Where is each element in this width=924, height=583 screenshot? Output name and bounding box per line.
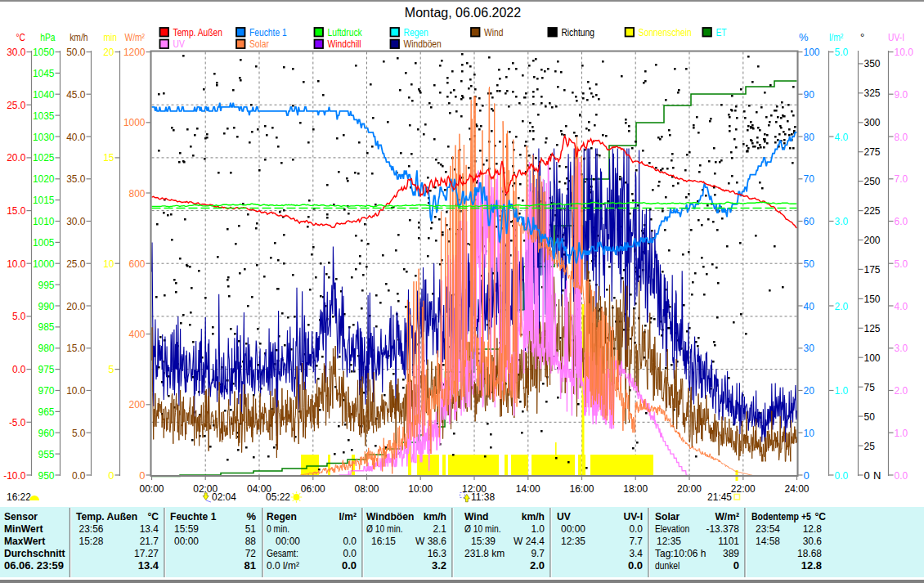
svg-text:75: 75 [864, 381, 875, 393]
svg-text:995: 995 [38, 279, 55, 291]
svg-text:200: 200 [864, 234, 881, 246]
svg-text:00:00: 00:00 [174, 535, 199, 547]
svg-text:2.0: 2.0 [530, 559, 545, 572]
svg-text:1005: 1005 [33, 236, 55, 249]
svg-text:°C: °C [16, 31, 26, 43]
svg-text:0.0: 0.0 [628, 559, 643, 572]
svg-text:275: 275 [864, 146, 881, 158]
svg-text:UV: UV [173, 38, 186, 50]
svg-text:25: 25 [864, 440, 875, 452]
svg-text:Regen: Regen [404, 26, 428, 38]
svg-text:Luftdruck: Luftdruck [328, 26, 363, 38]
svg-text:7.7: 7.7 [629, 535, 643, 547]
svg-text:UV-I: UV-I [888, 31, 904, 43]
svg-text:1040: 1040 [33, 88, 55, 101]
svg-text:9.7: 9.7 [531, 547, 545, 559]
svg-text:0.0: 0.0 [343, 547, 357, 559]
svg-text:10: 10 [804, 427, 814, 439]
svg-text:Wind: Wind [484, 26, 503, 38]
svg-text:Richtung: Richtung [561, 26, 594, 38]
svg-text:990: 990 [38, 300, 55, 312]
svg-text:Elevation: Elevation [655, 522, 689, 535]
svg-text:Feuchte 1: Feuchte 1 [170, 510, 216, 522]
svg-text:17.27: 17.27 [134, 547, 159, 559]
svg-text:00:00: 00:00 [276, 535, 300, 547]
svg-text:5.0: 5.0 [72, 427, 86, 439]
svg-text:21.7: 21.7 [140, 535, 159, 547]
svg-text:18:00: 18:00 [623, 482, 648, 495]
svg-text:°C: °C [814, 510, 826, 522]
svg-text:W 24.4: W 24.4 [514, 535, 545, 547]
svg-text:40.0: 40.0 [66, 131, 85, 143]
svg-text:225: 225 [864, 204, 881, 217]
svg-text:11:38: 11:38 [471, 491, 495, 503]
svg-text:UV-I: UV-I [624, 510, 644, 522]
svg-text:12:35: 12:35 [561, 535, 585, 547]
svg-text:Windböen: Windböen [404, 38, 442, 50]
svg-text:15: 15 [103, 151, 114, 164]
svg-text:90: 90 [804, 88, 814, 101]
svg-text:W/m²: W/m² [125, 31, 146, 43]
svg-text:25.0: 25.0 [66, 258, 85, 270]
svg-text:Ø 10 min.: Ø 10 min. [366, 522, 403, 535]
svg-text:8.0: 8.0 [895, 131, 908, 143]
svg-text:3.4: 3.4 [629, 547, 643, 559]
svg-text:125: 125 [864, 322, 881, 334]
svg-text:350: 350 [864, 57, 881, 70]
svg-text:12.8: 12.8 [803, 522, 822, 535]
svg-text:50.0: 50.0 [66, 46, 85, 58]
svg-text:100: 100 [864, 352, 881, 364]
svg-text:1030: 1030 [33, 131, 55, 143]
svg-text:300: 300 [864, 116, 881, 128]
svg-text:0.0: 0.0 [895, 469, 908, 482]
svg-text:18.68: 18.68 [797, 547, 822, 559]
svg-text:0: 0 [733, 559, 739, 572]
svg-text:Bodentemp +5: Bodentemp +5 [751, 510, 811, 522]
svg-text:14:58: 14:58 [756, 535, 780, 547]
svg-text:30.6: 30.6 [803, 535, 822, 547]
svg-text:1050: 1050 [33, 46, 55, 58]
svg-text:800: 800 [129, 187, 146, 200]
svg-text:150: 150 [864, 293, 881, 305]
svg-text:1010: 1010 [33, 215, 55, 227]
svg-text:km/h: km/h [522, 510, 545, 522]
svg-text:6.0: 6.0 [895, 215, 908, 227]
svg-text:5: 5 [108, 363, 114, 375]
svg-text:0: 0 [139, 469, 145, 482]
svg-text:15.0: 15.0 [66, 342, 85, 354]
svg-text:389: 389 [723, 547, 739, 559]
svg-text:02:04: 02:04 [212, 491, 236, 503]
svg-text:24:00: 24:00 [785, 482, 810, 495]
svg-text:%: % [246, 510, 256, 522]
svg-text:0.0: 0.0 [342, 559, 357, 572]
svg-text:15.0: 15.0 [7, 204, 25, 217]
svg-text:12.8: 12.8 [801, 559, 822, 572]
svg-text:1.0: 1.0 [895, 427, 908, 439]
svg-text:0.0: 0.0 [835, 469, 849, 482]
svg-text:Windböen: Windböen [366, 510, 414, 522]
svg-text:1035: 1035 [33, 110, 55, 122]
svg-text:0.0: 0.0 [72, 469, 86, 482]
svg-text:23:54: 23:54 [756, 522, 780, 535]
svg-text:MinWert: MinWert [4, 522, 43, 535]
svg-text:Ø 10 min.: Ø 10 min. [464, 522, 501, 535]
svg-text:°: ° [860, 31, 864, 43]
svg-text:985: 985 [38, 321, 55, 333]
svg-text:hPa: hPa [40, 31, 56, 43]
svg-text:Tag:10:06 h: Tag:10:06 h [655, 547, 706, 559]
svg-text:Gesamt:: Gesamt: [267, 547, 298, 559]
svg-text:81: 81 [244, 559, 257, 572]
svg-text:10.0: 10.0 [66, 384, 85, 397]
svg-text:14:00: 14:00 [516, 482, 540, 495]
svg-text:Temp. Außen: Temp. Außen [76, 510, 137, 522]
svg-text:0.0: 0.0 [629, 522, 643, 535]
svg-text:Sonnenschein: Sonnenschein [639, 26, 692, 38]
svg-text:-5.0: -5.0 [9, 416, 26, 428]
svg-text:200: 200 [129, 398, 146, 410]
svg-text:16:22: 16:22 [7, 491, 31, 503]
svg-text:4.0: 4.0 [895, 300, 908, 312]
svg-text:20.0: 20.0 [66, 300, 85, 312]
svg-text:0: 0 [804, 469, 810, 482]
svg-text:51: 51 [245, 522, 256, 535]
svg-text:2.0: 2.0 [895, 384, 908, 397]
